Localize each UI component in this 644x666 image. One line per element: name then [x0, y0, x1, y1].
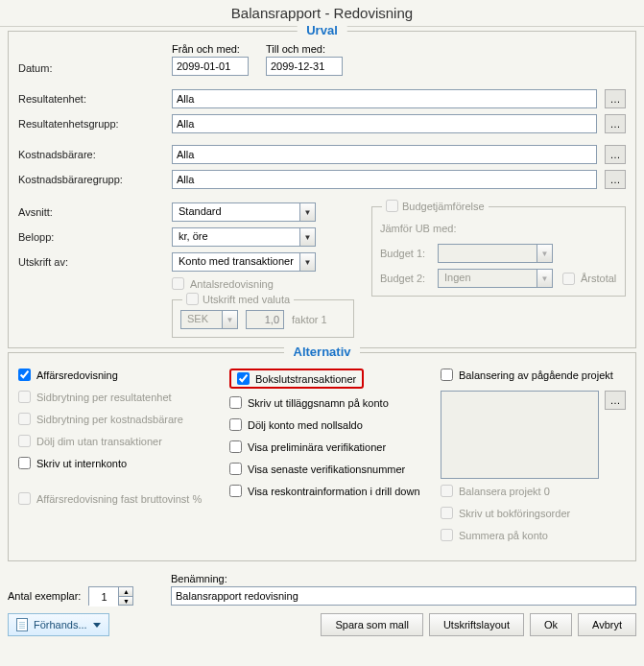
valuta-select: SEK ▼	[180, 310, 238, 329]
projekt-listbox	[441, 391, 599, 479]
budget2-select: Ingen ▼	[438, 269, 553, 288]
till-date-input[interactable]	[266, 57, 343, 76]
chevron-down-icon: ▼	[222, 311, 237, 328]
dolj-nollsaldo-checkbox[interactable]: Dölj konto med nollsaldo	[229, 418, 363, 431]
sidbrytning-resultatenhet-checkbox: Sidbrytning per resultatenhet	[18, 391, 172, 403]
forhands-button[interactable]: Förhands...	[8, 613, 109, 636]
kostnadsbarare-browse-button[interactable]: …	[605, 145, 626, 164]
kostnadsbararegrupp-label: Kostnadsbäraregrupp:	[18, 174, 172, 185]
affarsredovisning-fast-checkbox: Affärsredovisning fast bruttovinst %	[18, 492, 202, 505]
resultatenhetsgrupp-label: Resultatenhetsgrupp:	[18, 118, 172, 130]
chevron-down-icon: ▼	[299, 228, 315, 246]
utskrift-av-select[interactable]: Konto med transaktioner ▼	[172, 252, 316, 272]
benamning-input[interactable]	[171, 586, 636, 606]
skriv-ut-bokforingsorder-checkbox: Skriv ut bokföringsorder	[441, 507, 570, 519]
kostnadsbarare-input[interactable]	[172, 145, 597, 164]
sidbrytning-kostnadsbarare-checkbox: Sidbrytning per kostnadsbärare	[18, 413, 183, 425]
budgetjamforelse-checkbox	[386, 200, 398, 212]
chevron-down-icon: ▼	[537, 270, 552, 287]
visa-senaste-verifnr-checkbox[interactable]: Visa senaste verifikationsnummer	[229, 463, 405, 475]
utskrift-valuta-label: Utskrift med valuta	[203, 294, 290, 305]
ok-button[interactable]: Ok	[530, 613, 572, 636]
skriv-ut-tillaggsnamn-checkbox[interactable]: Skriv ut tilläggsnamn på konto	[229, 396, 389, 409]
skriv-ut-internkonto-checkbox[interactable]: Skriv ut internkonto	[18, 457, 127, 469]
belopp-select[interactable]: kr, öre ▼	[172, 227, 316, 247]
datum-label: Datum:	[18, 62, 172, 76]
resultatenhetsgrupp-browse-button[interactable]: …	[605, 114, 626, 133]
fran-label: Från och med:	[172, 43, 249, 55]
arstotal-checkbox: Årstotal	[562, 273, 616, 285]
urval-title: Urval	[297, 23, 347, 37]
bokslutstransaktioner-highlight: Bokslutstransaktioner	[229, 369, 364, 389]
jamfor-ub-label: Jämför UB med:	[380, 223, 617, 234]
spara-som-mall-button[interactable]: Spara som mall	[321, 613, 422, 636]
kostnadsbararegrupp-input[interactable]	[172, 170, 597, 189]
alternativ-title: Alternativ	[284, 345, 361, 359]
chevron-down-icon: ▼	[537, 245, 552, 262]
antal-exemplar-stepper[interactable]: ▲ ▼	[88, 586, 133, 606]
budget1-select: ▼	[438, 244, 553, 263]
summera-pa-konto-checkbox: Summera på konto	[441, 529, 548, 541]
benamning-label: Benämning:	[171, 573, 636, 584]
chevron-down-icon[interactable]: ▼	[119, 596, 132, 605]
resultatenhet-browse-button[interactable]: …	[605, 89, 626, 108]
belopp-label: Belopp:	[18, 231, 172, 243]
utskrift-valuta-checkbox	[186, 293, 199, 305]
budgetjamforelse-label: Budgetjämförelse	[402, 201, 485, 212]
utskrift-av-label: Utskrift av:	[18, 256, 172, 268]
bokslutstransaktioner-checkbox[interactable]: Bokslutstransaktioner	[237, 372, 356, 385]
kostnadsbararegrupp-browse-button[interactable]: …	[605, 170, 626, 189]
visa-preliminara-checkbox[interactable]: Visa preliminära verifikationer	[229, 440, 386, 453]
faktor-label: faktor 1	[292, 314, 327, 325]
kostnadsbarare-label: Kostnadsbärare:	[18, 149, 172, 160]
affarsredovisning-checkbox[interactable]: Affärsredovisning	[18, 369, 118, 381]
budget1-label: Budget 1:	[380, 248, 438, 259]
fran-date-input[interactable]	[172, 57, 249, 76]
document-icon	[16, 618, 28, 631]
chevron-up-icon[interactable]: ▲	[119, 587, 132, 596]
resultatenhetsgrupp-input[interactable]	[172, 114, 597, 133]
resultatenhet-label: Resultatenhet:	[18, 93, 172, 105]
urval-panel: Urval Datum: Från och med: Till och med:…	[8, 31, 636, 348]
avsnitt-select[interactable]: Standard ▼	[172, 202, 316, 222]
chevron-down-icon: ▼	[299, 203, 315, 221]
chevron-down-icon: ▼	[299, 253, 315, 271]
antalsredovisning-checkbox: Antalsredovisning	[172, 277, 274, 290]
resultatenhet-input[interactable]	[172, 89, 597, 108]
avsnitt-label: Avsnitt:	[18, 206, 172, 218]
alternativ-panel: Alternativ Affärsredovisning Sidbrytning…	[8, 352, 636, 561]
balansering-pagaende-checkbox[interactable]: Balansering av pågående projekt	[441, 369, 613, 381]
visa-reskontra-checkbox[interactable]: Visa reskontrainformation i drill down	[229, 485, 420, 497]
projekt-browse-button[interactable]: …	[605, 391, 626, 410]
avbryt-button[interactable]: Avbryt	[578, 613, 636, 636]
budget2-label: Budget 2:	[380, 273, 438, 284]
dialog-window: Balansrapport - Redovisning Urval Datum:…	[0, 0, 644, 666]
utskriftslayout-button[interactable]: Utskriftslayout	[429, 613, 524, 636]
chevron-down-icon	[93, 623, 101, 628]
antal-exemplar-label: Antal exemplar:	[8, 590, 81, 602]
dolj-dim-checkbox: Dölj dim utan transaktioner	[18, 435, 162, 447]
balansera-projekt0-checkbox: Balansera projekt 0	[441, 485, 550, 497]
till-label: Till och med:	[266, 43, 343, 55]
faktor-input	[246, 310, 284, 329]
